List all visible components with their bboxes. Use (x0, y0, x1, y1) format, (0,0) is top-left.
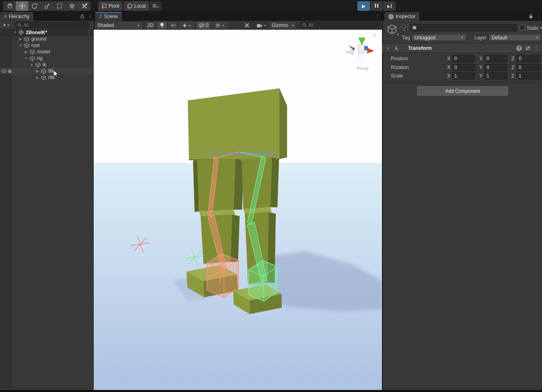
layer-dropdown[interactable]: Default ▼ (489, 34, 541, 41)
transform-component-header[interactable]: ▼ Transform ? ⋮ (382, 43, 542, 53)
unlock-icon[interactable] (80, 14, 85, 19)
create-dropdown-icon[interactable]: ▼ (7, 24, 10, 27)
foldout-icon[interactable]: ▶ (35, 76, 39, 80)
pivot-toggle-button[interactable]: Pivot (98, 1, 123, 11)
hidden-objects-button[interactable]: 0 (197, 22, 210, 29)
static-dropdown-icon[interactable]: ▼ (540, 27, 542, 29)
foldout-icon[interactable]: ▶ (18, 37, 23, 41)
scale-z-field[interactable] (516, 72, 540, 80)
scene-grid-dropdown[interactable]: ▼ (212, 22, 228, 29)
static-checkbox[interactable] (519, 25, 525, 31)
tree-row-ik[interactable]: ▼ ik (0, 61, 94, 68)
hierarchy-search-input[interactable] (23, 22, 87, 27)
axis-y-label: Y (479, 65, 482, 70)
foldout-icon[interactable]: ▼ (30, 63, 34, 67)
rotate-tool-button[interactable] (28, 1, 41, 11)
tree-row-label: ground (31, 36, 46, 42)
tree-row-model[interactable]: ▶ model (0, 49, 94, 55)
scale-y-field[interactable] (484, 72, 507, 80)
tree-row-rig[interactable]: ▼ rig (0, 55, 94, 61)
position-x-field[interactable] (452, 55, 475, 62)
gizmo-center-cube[interactable] (358, 45, 365, 53)
toggle-2d-button[interactable]: 2D (145, 22, 156, 29)
hand-tool-button[interactable] (3, 1, 16, 11)
chevron-down-icon: ▼ (461, 36, 464, 39)
tree-row-root[interactable]: ▼ root (0, 42, 94, 49)
foldout-icon[interactable]: ▼ (24, 57, 28, 60)
add-component-button[interactable]: Add Component (417, 86, 508, 96)
move-tool-button[interactable] (16, 1, 28, 11)
local-label: Local (134, 3, 146, 9)
transform-tool-button[interactable] (66, 1, 78, 11)
scene-custom-tools-button[interactable] (242, 22, 252, 29)
gameobject-name-field[interactable] (410, 24, 517, 31)
hierarchy-menu-icon[interactable]: ⋮ (88, 13, 92, 19)
scene-viewport[interactable] (94, 30, 382, 390)
axis-x-label: X (447, 73, 450, 79)
step-button[interactable]: ▶ (383, 1, 396, 11)
presets-icon[interactable] (525, 46, 531, 51)
transform-foldout-icon[interactable]: ▼ (386, 47, 390, 50)
tree-row-lfik[interactable]: ▶ lfik (0, 68, 94, 74)
play-icon: ▶ (362, 4, 365, 9)
rotation-z-field[interactable] (516, 64, 540, 71)
x-axis-cone[interactable] (367, 48, 374, 53)
pickability-hand-icon[interactable] (7, 69, 12, 74)
scene-search-input[interactable] (308, 22, 377, 27)
position-z-field[interactable] (516, 55, 540, 62)
foldout-icon[interactable]: ▶ (35, 69, 39, 73)
scale-x-field[interactable] (452, 72, 475, 80)
tag-dropdown[interactable]: Untagged ▼ (412, 34, 466, 41)
scene-audio-button[interactable] (168, 22, 178, 29)
foldout-icon[interactable]: ▶ (24, 50, 28, 54)
visibility-eye-icon[interactable] (1, 69, 7, 74)
rect-tool-button[interactable] (53, 1, 66, 11)
scene-effects-dropdown[interactable]: ▼ (179, 22, 194, 29)
projection-label[interactable]: Persp (352, 66, 373, 71)
tab-scene[interactable]: # Scene (95, 12, 122, 21)
scene-lighting-button[interactable] (157, 22, 167, 29)
position-y-field[interactable] (484, 55, 507, 62)
chevron-down-icon: ▼ (292, 24, 294, 27)
transform-title: Transform (408, 45, 432, 51)
tools-wrench-icon (244, 22, 250, 28)
gizmos-dropdown[interactable]: Gizmos ▼ (270, 22, 296, 29)
ik-effector-left[interactable] (207, 254, 238, 298)
foldout-icon[interactable]: ▼ (18, 44, 23, 47)
help-icon[interactable]: ? (516, 45, 522, 51)
scene-camera-dropdown[interactable]: ▼ (253, 22, 270, 29)
tab-inspector[interactable]: i Inspector (384, 12, 419, 21)
lock-icon[interactable] (528, 14, 534, 19)
tree-row-rfik[interactable]: ▶ rfik (0, 74, 94, 81)
scene-menu-icon[interactable]: ⋮ (375, 13, 380, 19)
scene-header-row[interactable]: ▼ 2BoneIK* ⋮ (0, 29, 94, 36)
transform-menu-icon[interactable]: ⋮ (534, 45, 539, 51)
hierarchy-tab-label: Hierarchy (9, 14, 29, 19)
inspector-menu-icon[interactable]: ⋮ (536, 13, 541, 19)
gameobject-icon-dropdown[interactable]: ▼ (396, 33, 399, 36)
y-axis-cone[interactable] (358, 37, 365, 45)
scene-search[interactable] (300, 22, 380, 28)
axis-cone-left[interactable] (346, 49, 353, 55)
scene-row-menu-icon[interactable]: ⋮ (86, 30, 91, 35)
scale-tool-button[interactable] (41, 1, 53, 11)
scene-foldout-icon[interactable]: ▼ (13, 31, 17, 34)
custom-tools-button[interactable] (78, 1, 90, 11)
create-button[interactable]: + (3, 22, 6, 27)
rotation-x-field[interactable] (452, 64, 475, 71)
active-checkbox[interactable]: ✓ (402, 25, 408, 31)
grid-snap-button[interactable] (150, 1, 162, 11)
pause-button[interactable] (370, 1, 383, 11)
tree-row-ground[interactable]: ▶ ground (0, 36, 94, 42)
gizmo-unlock-icon[interactable] (372, 33, 377, 39)
local-toggle-button[interactable]: Local (124, 1, 149, 11)
play-button[interactable]: ▶ (357, 1, 370, 11)
hierarchy-search[interactable] (14, 22, 90, 28)
tab-hierarchy[interactable]: ≡ Hierarchy (0, 12, 33, 21)
shading-mode-dropdown[interactable]: Shaded ▼ (95, 22, 142, 29)
pivot-label: Pivot (109, 3, 119, 9)
gameobject-cube-icon (41, 69, 46, 74)
rotation-y-field[interactable] (484, 64, 507, 71)
tools-wrench-icon (81, 3, 88, 9)
gameobject-cube-icon (24, 37, 29, 42)
